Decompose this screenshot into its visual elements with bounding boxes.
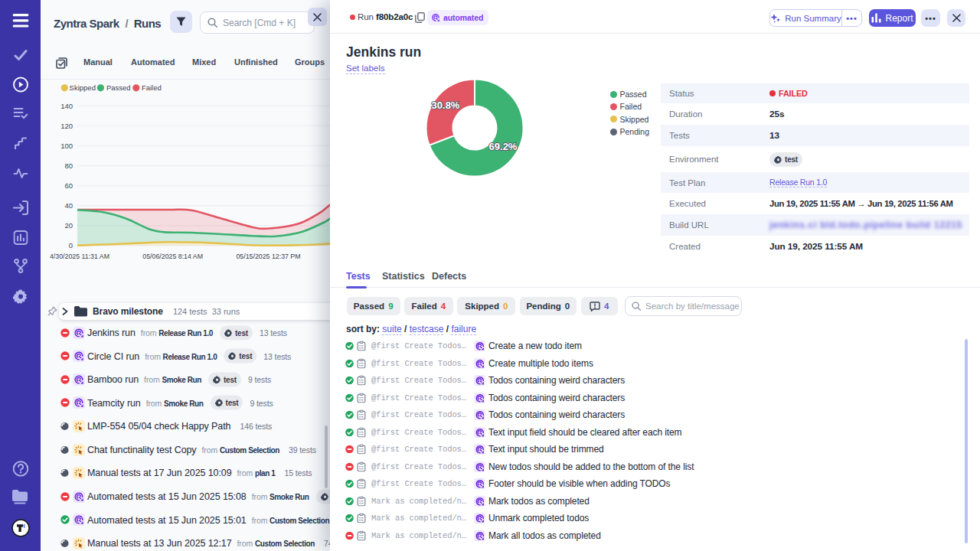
- svg-text:40: 40: [64, 201, 73, 210]
- svg-text:20: 20: [64, 221, 73, 230]
- svg-text:4/30/2025 11:31 AM: 4/30/2025 11:31 AM: [50, 253, 109, 260]
- svg-text:Failed: Failed: [142, 83, 162, 92]
- svg-text:0: 0: [69, 241, 73, 249]
- svg-text:Skipped: Skipped: [70, 83, 96, 92]
- svg-text:Passed: Passed: [106, 83, 131, 92]
- svg-text:05/15/2025 12:37 PM: 05/15/2025 12:37 PM: [236, 253, 300, 260]
- svg-text:69.2%: 69.2%: [489, 141, 518, 152]
- svg-text:140: 140: [60, 102, 73, 110]
- svg-text:100: 100: [60, 142, 73, 150]
- svg-text:60: 60: [64, 181, 73, 190]
- svg-text:30.8%: 30.8%: [432, 99, 460, 111]
- svg-text:05/06/2025 8:14 AM: 05/06/2025 8:14 AM: [142, 253, 203, 260]
- svg-text:120: 120: [60, 122, 73, 130]
- svg-text:80: 80: [64, 161, 73, 170]
